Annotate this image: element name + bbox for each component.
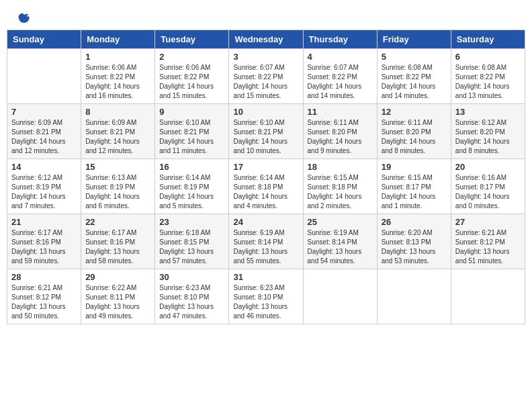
calendar-day-cell: 13Sunrise: 6:12 AM Sunset: 8:20 PM Dayli… [451, 104, 525, 159]
calendar-day-cell: 27Sunrise: 6:21 AM Sunset: 8:12 PM Dayli… [451, 214, 525, 269]
calendar-header-row: SundayMondayTuesdayWednesdayThursdayFrid… [7, 30, 525, 49]
day-number: 17 [233, 162, 298, 172]
day-info: Sunrise: 6:17 AM Sunset: 8:16 PM Dayligh… [11, 228, 77, 266]
calendar-day-cell: 29Sunrise: 6:22 AM Sunset: 8:11 PM Dayli… [81, 269, 155, 324]
day-info: Sunrise: 6:20 AM Sunset: 8:13 PM Dayligh… [382, 228, 447, 266]
day-info: Sunrise: 6:21 AM Sunset: 8:12 PM Dayligh… [11, 283, 77, 321]
day-number: 7 [11, 107, 77, 117]
day-info: Sunrise: 6:12 AM Sunset: 8:19 PM Dayligh… [11, 173, 77, 211]
day-info: Sunrise: 6:07 AM Sunset: 8:22 PM Dayligh… [308, 63, 373, 101]
calendar-day-cell: 31Sunrise: 6:23 AM Sunset: 8:10 PM Dayli… [229, 269, 303, 324]
day-header-saturday: Saturday [451, 30, 525, 49]
calendar-day-cell: 10Sunrise: 6:10 AM Sunset: 8:21 PM Dayli… [229, 104, 303, 159]
day-info: Sunrise: 6:09 AM Sunset: 8:21 PM Dayligh… [85, 118, 150, 156]
calendar-week-row: 1Sunrise: 6:06 AM Sunset: 8:22 PM Daylig… [7, 49, 525, 104]
calendar-day-cell: 3Sunrise: 6:07 AM Sunset: 8:22 PM Daylig… [229, 49, 303, 104]
day-number: 20 [455, 162, 521, 172]
calendar-day-cell: 21Sunrise: 6:17 AM Sunset: 8:16 PM Dayli… [7, 214, 81, 269]
calendar-day-cell [7, 49, 81, 104]
day-info: Sunrise: 6:21 AM Sunset: 8:12 PM Dayligh… [455, 228, 521, 266]
calendar-day-cell: 8Sunrise: 6:09 AM Sunset: 8:21 PM Daylig… [81, 104, 155, 159]
calendar-day-cell: 15Sunrise: 6:13 AM Sunset: 8:19 PM Dayli… [81, 159, 155, 214]
calendar-day-cell: 14Sunrise: 6:12 AM Sunset: 8:19 PM Dayli… [7, 159, 81, 214]
day-number: 29 [85, 272, 150, 282]
calendar-day-cell: 22Sunrise: 6:17 AM Sunset: 8:16 PM Dayli… [81, 214, 155, 269]
day-number: 26 [382, 217, 447, 227]
day-number: 28 [11, 272, 77, 282]
calendar-day-cell: 24Sunrise: 6:19 AM Sunset: 8:14 PM Dayli… [229, 214, 303, 269]
calendar-day-cell: 7Sunrise: 6:09 AM Sunset: 8:21 PM Daylig… [7, 104, 81, 159]
calendar-day-cell: 25Sunrise: 6:19 AM Sunset: 8:14 PM Dayli… [303, 214, 377, 269]
day-number: 27 [455, 217, 521, 227]
day-number: 12 [382, 107, 447, 117]
calendar-week-row: 7Sunrise: 6:09 AM Sunset: 8:21 PM Daylig… [7, 104, 525, 159]
day-info: Sunrise: 6:22 AM Sunset: 8:11 PM Dayligh… [85, 283, 150, 321]
day-number: 21 [11, 217, 77, 227]
calendar-day-cell: 2Sunrise: 6:06 AM Sunset: 8:22 PM Daylig… [155, 49, 229, 104]
page-header [0, 0, 532, 30]
calendar-day-cell: 17Sunrise: 6:14 AM Sunset: 8:18 PM Dayli… [229, 159, 303, 214]
day-info: Sunrise: 6:08 AM Sunset: 8:22 PM Dayligh… [455, 63, 521, 101]
day-number: 13 [455, 107, 521, 117]
day-info: Sunrise: 6:06 AM Sunset: 8:22 PM Dayligh… [85, 63, 150, 101]
day-info: Sunrise: 6:14 AM Sunset: 8:18 PM Dayligh… [233, 173, 298, 211]
day-number: 30 [159, 272, 224, 282]
calendar-day-cell: 30Sunrise: 6:23 AM Sunset: 8:10 PM Dayli… [155, 269, 229, 324]
calendar-day-cell [377, 269, 451, 324]
day-number: 3 [233, 52, 298, 62]
day-number: 10 [233, 107, 298, 117]
calendar-body: 1Sunrise: 6:06 AM Sunset: 8:22 PM Daylig… [7, 49, 525, 324]
calendar-week-row: 21Sunrise: 6:17 AM Sunset: 8:16 PM Dayli… [7, 214, 525, 269]
calendar-day-cell: 11Sunrise: 6:11 AM Sunset: 8:20 PM Dayli… [303, 104, 377, 159]
calendar-table: SundayMondayTuesdayWednesdayThursdayFrid… [7, 30, 525, 324]
day-number: 16 [159, 162, 224, 172]
day-info: Sunrise: 6:07 AM Sunset: 8:22 PM Dayligh… [233, 63, 298, 101]
calendar-day-cell: 23Sunrise: 6:18 AM Sunset: 8:15 PM Dayli… [155, 214, 229, 269]
day-number: 31 [233, 272, 298, 282]
day-info: Sunrise: 6:11 AM Sunset: 8:20 PM Dayligh… [382, 118, 447, 156]
day-header-thursday: Thursday [303, 30, 377, 49]
day-info: Sunrise: 6:15 AM Sunset: 8:17 PM Dayligh… [382, 173, 447, 211]
day-header-wednesday: Wednesday [229, 30, 303, 49]
calendar-day-cell: 1Sunrise: 6:06 AM Sunset: 8:22 PM Daylig… [81, 49, 155, 104]
day-number: 19 [382, 162, 447, 172]
calendar-day-cell [451, 269, 525, 324]
calendar-day-cell: 6Sunrise: 6:08 AM Sunset: 8:22 PM Daylig… [451, 49, 525, 104]
day-number: 18 [308, 162, 373, 172]
calendar-day-cell: 20Sunrise: 6:16 AM Sunset: 8:17 PM Dayli… [451, 159, 525, 214]
day-info: Sunrise: 6:11 AM Sunset: 8:20 PM Dayligh… [308, 118, 373, 156]
calendar-day-cell: 9Sunrise: 6:10 AM Sunset: 8:21 PM Daylig… [155, 104, 229, 159]
day-info: Sunrise: 6:15 AM Sunset: 8:18 PM Dayligh… [308, 173, 373, 211]
day-number: 9 [159, 107, 224, 117]
day-info: Sunrise: 6:10 AM Sunset: 8:21 PM Dayligh… [159, 118, 224, 156]
calendar-day-cell: 18Sunrise: 6:15 AM Sunset: 8:18 PM Dayli… [303, 159, 377, 214]
day-header-monday: Monday [81, 30, 155, 49]
day-number: 6 [455, 52, 521, 62]
day-number: 14 [11, 162, 77, 172]
day-info: Sunrise: 6:19 AM Sunset: 8:14 PM Dayligh… [233, 228, 298, 266]
day-number: 23 [159, 217, 224, 227]
day-number: 2 [159, 52, 224, 62]
calendar-day-cell [303, 269, 377, 324]
day-info: Sunrise: 6:09 AM Sunset: 8:21 PM Dayligh… [11, 118, 77, 156]
day-info: Sunrise: 6:08 AM Sunset: 8:22 PM Dayligh… [382, 63, 447, 101]
calendar-day-cell: 5Sunrise: 6:08 AM Sunset: 8:22 PM Daylig… [377, 49, 451, 104]
day-info: Sunrise: 6:14 AM Sunset: 8:19 PM Dayligh… [159, 173, 224, 211]
day-number: 4 [308, 52, 373, 62]
day-info: Sunrise: 6:06 AM Sunset: 8:22 PM Dayligh… [159, 63, 224, 101]
day-number: 25 [308, 217, 373, 227]
day-header-sunday: Sunday [7, 30, 81, 49]
day-header-friday: Friday [377, 30, 451, 49]
calendar-day-cell: 12Sunrise: 6:11 AM Sunset: 8:20 PM Dayli… [377, 104, 451, 159]
day-number: 1 [85, 52, 150, 62]
logo-icon [15, 11, 31, 27]
logo [13, 11, 31, 24]
calendar-week-row: 14Sunrise: 6:12 AM Sunset: 8:19 PM Dayli… [7, 159, 525, 214]
calendar-day-cell: 28Sunrise: 6:21 AM Sunset: 8:12 PM Dayli… [7, 269, 81, 324]
day-number: 15 [85, 162, 150, 172]
calendar-week-row: 28Sunrise: 6:21 AM Sunset: 8:12 PM Dayli… [7, 269, 525, 324]
day-info: Sunrise: 6:18 AM Sunset: 8:15 PM Dayligh… [159, 228, 224, 266]
day-number: 11 [308, 107, 373, 117]
calendar-wrapper: SundayMondayTuesdayWednesdayThursdayFrid… [0, 30, 532, 331]
day-header-tuesday: Tuesday [155, 30, 229, 49]
